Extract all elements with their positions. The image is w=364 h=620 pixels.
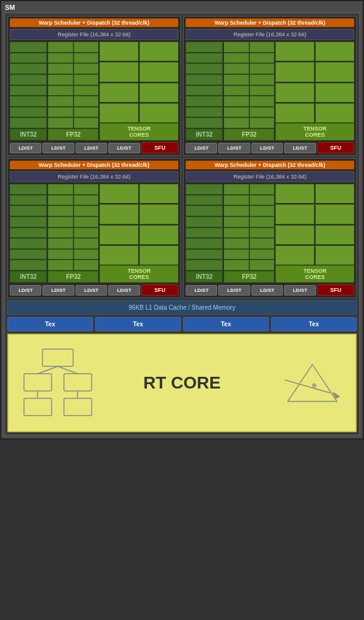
int32-cell <box>10 118 47 128</box>
fp32-cells-1 <box>48 42 98 128</box>
sm-inner: Warp Scheduler + Dispatch (32 thread/clk… <box>4 12 360 436</box>
ldst-btn-4: LD/ST <box>108 143 140 153</box>
cores-area-1: INT32 <box>10 42 178 140</box>
ldst-btn-10: LD/ST <box>42 285 74 296</box>
fp32-cell <box>48 74 73 85</box>
fp32-cell <box>74 228 99 238</box>
fp32-cell <box>74 74 99 85</box>
rt-core-label: RT CORE <box>143 373 221 393</box>
rt-core-section: RT CORE <box>7 334 357 432</box>
warp-scheduler-4: Warp Scheduler + Dispatch (32 thread/clk… <box>186 161 354 169</box>
int32-label-4: INT32 <box>186 271 223 283</box>
tex-btn-2: Tex <box>95 317 181 331</box>
warp-scheduler-2: Warp Scheduler + Dispatch (32 thread/clk… <box>186 18 354 27</box>
tensor-cell <box>275 103 314 123</box>
svg-point-12 <box>312 384 316 387</box>
fp32-cell <box>250 249 275 260</box>
cores-area-3: INT32 <box>10 184 178 283</box>
fp32-cell <box>48 195 73 206</box>
fp32-cell <box>48 118 73 128</box>
sfu-btn-4: SFU <box>317 284 354 296</box>
tensor-cell <box>100 184 138 203</box>
tensor-cells-2 <box>275 42 354 123</box>
int32-cell <box>10 63 47 74</box>
svg-line-6 <box>58 366 77 374</box>
fp32-cell <box>224 228 249 238</box>
int32-cell <box>10 184 47 195</box>
fp32-cell <box>250 195 275 206</box>
tensor-cell <box>275 83 314 102</box>
quadrant-4: Warp Scheduler + Dispatch (32 thread/clk… <box>183 158 357 298</box>
fp32-cell <box>48 249 73 260</box>
fp32-cell <box>224 107 249 118</box>
tensor-cell <box>100 62 138 81</box>
tensor-cell <box>315 246 354 265</box>
int32-cell <box>10 86 47 96</box>
int32-label-1: INT32 <box>10 129 47 140</box>
svg-rect-0 <box>42 349 73 366</box>
int32-cell <box>186 63 223 74</box>
ldst-btn-13: LD/ST <box>186 285 217 296</box>
fp32-cell <box>224 96 249 107</box>
register-file-1: Register File (16,384 x 32-bit) <box>10 29 178 40</box>
fp32-cell <box>224 86 249 96</box>
int32-cell <box>10 42 47 52</box>
ldst-btn-12: LD/ST <box>108 285 140 296</box>
fp32-cell <box>48 86 73 96</box>
int32-cell <box>10 260 47 270</box>
fp32-cell <box>74 260 99 270</box>
fp32-cell <box>250 53 275 63</box>
fp32-cell <box>48 63 73 74</box>
tensor-cell <box>140 62 178 81</box>
fp32-cell <box>74 53 99 63</box>
tensor-label-3: TENSORCORES <box>100 265 178 283</box>
quadrant-1: Warp Scheduler + Dispatch (32 thread/clk… <box>7 16 181 156</box>
fp32-cell <box>250 118 275 128</box>
int32-cell <box>10 249 47 260</box>
tensor-cell <box>140 83 178 102</box>
svg-line-5 <box>38 366 58 374</box>
fp32-cell <box>74 249 99 260</box>
int32-cell <box>186 86 223 96</box>
tensor-cell <box>100 42 138 61</box>
int32-cells-4 <box>186 184 223 270</box>
sm-container: SM Warp Scheduler + Dispatch (32 thread/… <box>0 0 364 440</box>
tensor-label-4: TENSORCORES <box>275 265 354 283</box>
fp32-cell <box>224 118 249 128</box>
tex-btn-3: Tex <box>183 317 269 331</box>
fp32-cell <box>48 184 73 195</box>
fp32-cell <box>250 86 275 96</box>
register-file-2: Register File (16,384 x 32-bit) <box>186 29 354 40</box>
int32-cell <box>186 107 223 118</box>
l1-cache: 96KB L1 Data Cache / Shared Memory <box>7 300 357 315</box>
fp32-block-2: FP32 <box>224 42 274 140</box>
tensor-cell <box>140 103 178 123</box>
int32-cell <box>186 217 223 227</box>
fp32-cell <box>224 206 249 216</box>
ldst-btn-14: LD/ST <box>218 285 250 296</box>
fp32-cell <box>224 260 249 270</box>
ldst-btn-1: LD/ST <box>10 143 41 153</box>
register-file-3: Register File (16,384 x 32-bit) <box>10 171 178 182</box>
int32-cell <box>186 238 223 249</box>
tensor-block-3: TENSORCORES <box>100 184 178 283</box>
svg-rect-1 <box>24 374 52 391</box>
quadrant-2: Warp Scheduler + Dispatch (32 thread/clk… <box>183 16 357 156</box>
tensor-cell <box>315 42 354 61</box>
tensor-block-1: TENSORCORES <box>100 42 178 140</box>
svg-rect-4 <box>64 398 92 416</box>
sfu-btn-1: SFU <box>141 142 178 153</box>
int32-cell <box>10 74 47 85</box>
fp32-cell <box>74 96 99 107</box>
fp32-cell <box>250 238 275 249</box>
fp32-cell <box>74 86 99 96</box>
tensor-cell <box>315 184 354 203</box>
fp32-cell <box>48 107 73 118</box>
tensor-cell <box>275 225 314 244</box>
fp32-block-4: FP32 <box>224 184 274 283</box>
quadrant-3: Warp Scheduler + Dispatch (32 thread/clk… <box>7 158 181 298</box>
tensor-cell <box>315 225 354 244</box>
fp32-cell <box>224 74 249 85</box>
int32-cell <box>186 228 223 238</box>
tensor-cell <box>275 62 314 81</box>
